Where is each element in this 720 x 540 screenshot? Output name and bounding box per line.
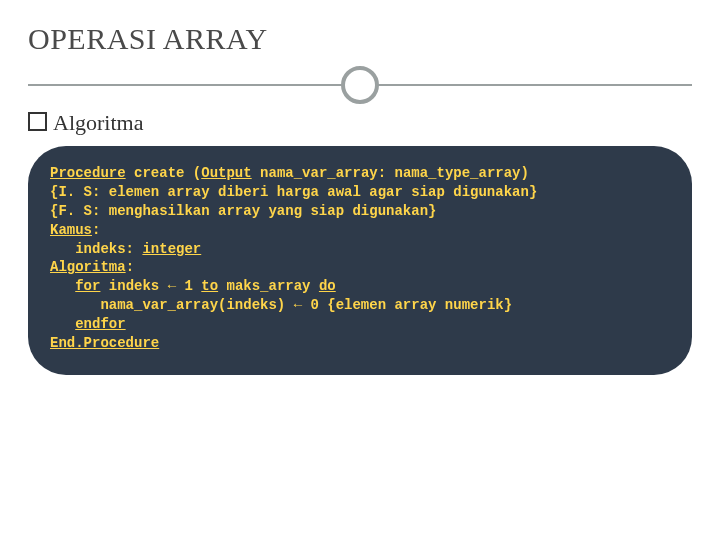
slide: OPERASI ARRAY Algoritma Procedure create… [0, 0, 720, 540]
code-text: : [92, 222, 100, 238]
code-line-2: {I. S: elemen array diberi harga awal ag… [50, 183, 670, 202]
code-line-9: endfor [50, 315, 670, 334]
code-text: : [126, 259, 134, 275]
subtitle-text: Algoritma [53, 110, 143, 135]
code-text: maks_array [218, 278, 319, 294]
code-text [50, 278, 75, 294]
kw-procedure: Procedure [50, 165, 126, 181]
kw-algoritma: Algoritma [50, 259, 126, 275]
code-text: 1 [176, 278, 201, 294]
code-text: {F. S: menghasilkan array yang siap digu… [50, 203, 436, 219]
code-text: nama_var_array: nama_type_array) [252, 165, 529, 181]
code-line-5: indeks: integer [50, 240, 670, 259]
kw-endfor: endfor [75, 316, 125, 332]
page-title: OPERASI ARRAY [28, 22, 692, 56]
code-line-10: End.Procedure [50, 334, 670, 353]
code-line-7: for indeks ← 1 to maks_array do [50, 277, 670, 296]
code-line-3: {F. S: menghasilkan array yang siap digu… [50, 202, 670, 221]
code-text: indeks: [50, 241, 142, 257]
title-divider [28, 66, 692, 104]
subtitle-row: Algoritma [28, 110, 692, 136]
kw-endprocedure: End.Procedure [50, 335, 159, 351]
code-text: create ( [126, 165, 202, 181]
code-text: 0 {elemen array numerik} [302, 297, 512, 313]
code-text: nama_var_array(indeks) [50, 297, 294, 313]
code-line-4: Kamus: [50, 221, 670, 240]
code-line-1: Procedure create (Output nama_var_array:… [50, 164, 670, 183]
kw-integer: integer [142, 241, 201, 257]
kw-kamus: Kamus [50, 222, 92, 238]
kw-output: Output [201, 165, 251, 181]
kw-do: do [319, 278, 336, 294]
square-bullet-icon [28, 112, 47, 131]
divider-ring-icon [341, 66, 379, 104]
code-text: indeks [100, 278, 167, 294]
code-panel: Procedure create (Output nama_var_array:… [28, 146, 692, 375]
kw-to: to [201, 278, 218, 294]
code-text: {I. S: elemen array diberi harga awal ag… [50, 184, 537, 200]
code-line-8: nama_var_array(indeks) ← 0 {elemen array… [50, 296, 670, 315]
arrow-left-icon: ← [294, 297, 302, 313]
kw-for: for [75, 278, 100, 294]
code-line-6: Algoritma: [50, 258, 670, 277]
arrow-left-icon: ← [168, 278, 176, 294]
code-text [50, 316, 75, 332]
